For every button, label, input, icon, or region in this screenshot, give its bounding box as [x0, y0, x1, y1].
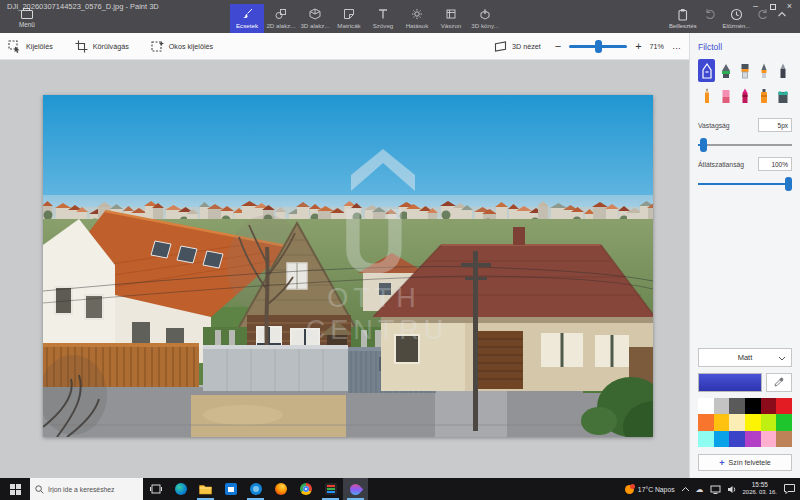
opacity-slider-handle[interactable] [785, 177, 792, 191]
palette-color[interactable] [714, 431, 730, 447]
brush-pencil[interactable] [698, 84, 715, 107]
palette-color[interactable] [745, 398, 761, 414]
select-button[interactable]: Kijelölés [8, 40, 53, 53]
palette-color[interactable] [714, 398, 730, 414]
taskbar-search[interactable]: Írjon ide a kereséshez [30, 478, 143, 500]
zoom-value[interactable]: 71% [650, 42, 664, 51]
chrome-icon [300, 483, 312, 495]
tab-ecsetek[interactable]: Ecsetek [230, 4, 264, 33]
zoom-in-button[interactable]: + [635, 40, 641, 52]
add-color-button[interactable]: + Szín felvétele [698, 454, 792, 471]
palette-color[interactable] [745, 431, 761, 447]
3d-view-icon [494, 41, 507, 52]
opacity-slider[interactable] [698, 183, 792, 185]
weather-widget[interactable]: 17°C Napos [625, 485, 675, 494]
taskbar-firefox[interactable] [268, 478, 293, 500]
3d-shapes-icon [309, 8, 321, 20]
palette-color[interactable] [761, 431, 777, 447]
palette-color[interactable] [776, 431, 792, 447]
palette-color[interactable] [698, 414, 714, 430]
taskbar-edge[interactable] [168, 478, 193, 500]
brush-watercolor[interactable] [756, 59, 773, 82]
palette-color[interactable] [745, 414, 761, 430]
svg-text:U: U [341, 190, 407, 292]
photos-icon [250, 483, 262, 495]
weather-text: 17°C Napos [638, 486, 675, 493]
network-icon[interactable] [710, 485, 721, 494]
current-color-swatch[interactable] [698, 373, 762, 392]
thickness-slider-handle[interactable] [700, 138, 707, 152]
tab-3d-konyvtar[interactable]: 3D köny... [468, 4, 502, 33]
aerial-photo: U OTTH CENTRU [43, 95, 653, 437]
tab-3d-alakzatok[interactable]: 3D alakz... [298, 4, 332, 33]
brush-eraser[interactable] [717, 84, 734, 107]
brush-fill[interactable] [775, 84, 792, 107]
tab-szoveg[interactable]: Szöveg [366, 4, 400, 33]
tray-chevron-up-icon[interactable] [681, 486, 690, 492]
zoom-out-button[interactable]: − [555, 40, 561, 52]
thickness-value[interactable]: 5px [758, 118, 792, 132]
select-icon [8, 40, 21, 53]
palette-color[interactable] [698, 398, 714, 414]
thickness-slider[interactable] [698, 144, 792, 146]
undo-button[interactable] [704, 8, 716, 28]
palette-color[interactable] [729, 398, 745, 414]
menu-button[interactable]: Menü [8, 10, 46, 32]
3d-view-button[interactable]: 3D nézet [494, 41, 541, 52]
brush-crayon[interactable] [736, 84, 753, 107]
opacity-value[interactable]: 100% [758, 157, 792, 171]
notification-center-icon[interactable] [783, 483, 796, 495]
brush-panel: Filctoll [689, 33, 800, 478]
palette-color[interactable] [776, 398, 792, 414]
taskbar-file-explorer[interactable] [193, 478, 218, 500]
brush-calligraphy-pen[interactable] [717, 59, 734, 82]
zoom-slider[interactable] [569, 45, 627, 48]
taskbar-chrome[interactable] [293, 478, 318, 500]
palette-color[interactable] [714, 414, 730, 430]
finish-dropdown[interactable]: Matt [698, 348, 792, 367]
brush-pixel-pen[interactable] [775, 59, 792, 82]
taskbar-photos[interactable] [243, 478, 268, 500]
tab-vaszon[interactable]: Vászon [434, 4, 468, 33]
brush-oil-brush[interactable] [736, 59, 753, 82]
onedrive-cloud-icon[interactable]: ☁ [696, 485, 704, 494]
palette-color[interactable] [729, 414, 745, 430]
minimize-button[interactable]: – [748, 1, 763, 12]
palette-color[interactable] [761, 398, 777, 414]
marker-icon [700, 62, 714, 80]
watercolor-icon [757, 62, 771, 80]
tab-hatasok[interactable]: Hatások [400, 4, 434, 33]
taskbar-store[interactable] [218, 478, 243, 500]
task-view-button[interactable] [143, 478, 168, 500]
taskbar-apps [143, 478, 368, 500]
taskbar-clock[interactable]: 15:55 2026. 03. 16. [743, 481, 777, 496]
brush-spray-can[interactable] [756, 84, 773, 107]
history-button[interactable]: Előzmén... [723, 8, 750, 29]
menu-label: Menü [19, 21, 35, 28]
zoom-slider-handle[interactable] [595, 40, 602, 53]
crop-button[interactable]: Körülvágás [75, 40, 129, 53]
palette-color[interactable] [761, 414, 777, 430]
maximize-button[interactable] [765, 1, 780, 12]
volume-icon[interactable] [727, 485, 737, 494]
taskbar-office[interactable] [318, 478, 343, 500]
oil-brush-icon [738, 62, 752, 80]
more-options-button[interactable]: … [672, 41, 681, 51]
palette-color[interactable] [776, 414, 792, 430]
tab-2d-alakzatok[interactable]: 2D alakz... [264, 4, 298, 33]
close-button[interactable]: × [782, 1, 797, 12]
3d-library-icon [479, 8, 491, 20]
eyedropper-button[interactable] [766, 373, 792, 392]
palette-color[interactable] [729, 431, 745, 447]
edge-icon [175, 483, 187, 495]
crayon-icon [738, 87, 752, 105]
tab-matricak[interactable]: Matricák [332, 4, 366, 33]
paste-button[interactable]: Beillesztés [669, 8, 697, 29]
photo-canvas[interactable]: U OTTH CENTRU [43, 95, 653, 437]
taskbar-paint3d[interactable] [343, 478, 368, 500]
window-controls: – × [748, 1, 797, 12]
palette-color[interactable] [698, 431, 714, 447]
start-button[interactable] [0, 478, 30, 500]
magic-select-button[interactable]: Okos kijelölés [151, 40, 213, 53]
brush-marker[interactable] [698, 59, 715, 82]
